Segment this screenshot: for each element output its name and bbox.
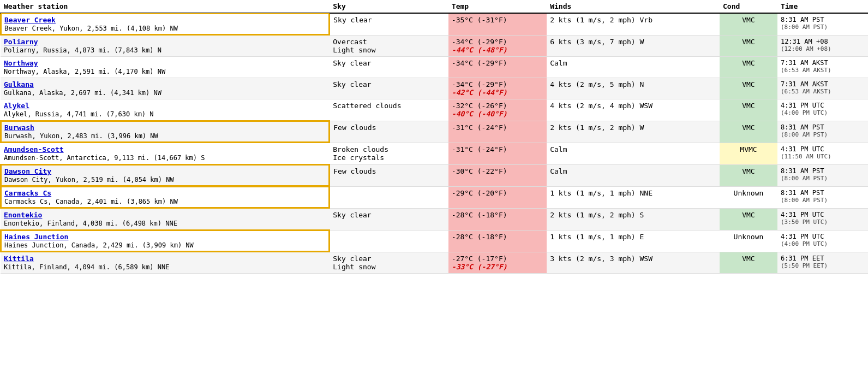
time-cell: 4:31 PM UTC(3:50 PM UTC) (777, 208, 868, 230)
temp-low: -40°C (-40°F) (452, 110, 543, 118)
sky-cell: Sky clear (330, 57, 448, 78)
time-cell: 12:31 AM +08(12:00 AM +08) (777, 35, 868, 57)
station-cell: Carmacks CsCarmacks Cs, Canada, 2,401 mi… (1, 186, 330, 208)
sky-cell: Broken cloudsIce crystals (330, 143, 448, 164)
winds-cell: Calm (547, 143, 720, 164)
temp-primary: -34°C (-29°F) (452, 59, 507, 67)
station-cell: Dawson CityDawson City, Yukon, 2,519 mi.… (1, 164, 330, 186)
sky-primary: Sky clear (333, 211, 371, 219)
table-row: AlykelAlykel, Russia, 4,741 mi. (7,630 k… (1, 99, 868, 121)
cond-cell: VMC (720, 99, 777, 121)
time-primary: 8:31 AM PST (781, 123, 824, 131)
station-name-link[interactable]: Haines Junction (4, 233, 326, 241)
station-cell: AlykelAlykel, Russia, 4,741 mi. (7,630 k… (1, 99, 330, 121)
station-desc: Carmacks Cs, Canada, 2,401 mi. (3,865 km… (4, 198, 178, 205)
station-name-link[interactable]: Amundsen-Scott (4, 145, 326, 153)
col-header-temp: Temp (448, 0, 547, 13)
col-header-winds: Winds (547, 0, 720, 13)
time-secondary: (6:53 AM AKST) (781, 88, 865, 95)
temp-low: -42°C (-44°F) (452, 88, 543, 97)
time-secondary: (4:00 PM UTC) (781, 109, 865, 116)
cond-cell: Unknown (720, 186, 777, 208)
sky-cell: OvercastLight snow (330, 35, 448, 57)
station-name-link[interactable]: Alykel (4, 102, 326, 110)
time-primary: 8:31 AM PST (781, 16, 824, 23)
cond-cell: VMC (720, 208, 777, 230)
time-primary: 8:31 AM PST (781, 189, 824, 197)
station-name-link[interactable]: Gulkana (4, 80, 326, 88)
station-name-link[interactable]: Poliarny (4, 38, 326, 46)
temp-cell: -31°C (-24°F) (448, 121, 547, 143)
temp-primary: -28°C (-18°F) (452, 233, 507, 241)
cond-cell: VMC (720, 78, 777, 99)
sky-cell: Few clouds (330, 164, 448, 186)
sky-cell: Sky clear (330, 13, 448, 35)
weather-table: Weather station Sky Temp Winds Cond Time… (0, 0, 868, 274)
time-primary: 4:31 PM UTC (781, 233, 824, 240)
table-row: NorthwayNorthway, Alaska, 2,591 mi. (4,1… (1, 57, 868, 78)
col-header-station: Weather station (1, 0, 330, 13)
time-primary: 7:31 AM AKST (781, 80, 828, 88)
temp-low: -33°C (-27°F) (452, 263, 543, 271)
time-secondary: (8:00 AM PST) (781, 131, 865, 138)
cond-cell: VMC (720, 164, 777, 186)
station-name-link[interactable]: Northway (4, 59, 326, 67)
station-desc: Burwash, Yukon, 2,483 mi. (3,996 km) NW (4, 132, 158, 140)
time-primary: 7:31 AM AKST (781, 59, 828, 67)
table-row: GulkanaGulkana, Alaska, 2,697 mi. (4,341… (1, 78, 868, 99)
time-cell: 8:31 AM PST(8:00 AM PST) (777, 186, 868, 208)
temp-primary: -34°C (-29°F) (452, 80, 507, 88)
station-desc: Gulkana, Alaska, 2,697 mi. (4,341 km) NW (4, 89, 161, 97)
sky-cell (330, 186, 448, 208)
time-cell: 4:31 PM UTC(4:00 PM UTC) (777, 230, 868, 252)
time-primary: 8:31 AM PST (781, 167, 824, 175)
station-name-link[interactable]: Carmacks Cs (4, 189, 326, 197)
winds-cell: 2 kts (1 m/s, 2 mph) S (547, 208, 720, 230)
winds-cell: 2 kts (1 m/s, 2 mph) W (547, 121, 720, 143)
winds-cell: 6 kts (3 m/s, 7 mph) W (547, 35, 720, 57)
station-desc: Alykel, Russia, 4,741 mi. (7,630 km) N (4, 110, 154, 118)
sky-secondary: Light snow (333, 263, 445, 271)
station-name-link[interactable]: Kittila (4, 255, 326, 263)
time-secondary: (8:00 AM PST) (781, 23, 865, 31)
temp-cell: -34°C (-29°F)-44°C (-48°F) (448, 35, 547, 57)
col-header-sky: Sky (330, 0, 448, 13)
sky-cell: Sky clearLight snow (330, 252, 448, 274)
col-header-cond: Cond (720, 0, 777, 13)
winds-cell: 4 kts (2 m/s, 4 mph) WSW (547, 99, 720, 121)
station-name-link[interactable]: Enontekio (4, 211, 326, 219)
temp-primary: -35°C (-31°F) (452, 16, 507, 24)
station-desc: Amundsen-Scott, Antarctica, 9,113 mi. (1… (4, 154, 205, 162)
station-cell: NorthwayNorthway, Alaska, 2,591 mi. (4,1… (1, 57, 330, 78)
station-desc: Haines Junction, Canada, 2,429 mi. (3,90… (4, 241, 194, 249)
table-row: Dawson CityDawson City, Yukon, 2,519 mi.… (1, 164, 868, 186)
temp-primary: -27°C (-17°F) (452, 255, 507, 263)
time-secondary: (5:50 PM EET) (781, 262, 865, 269)
station-name-link[interactable]: Dawson City (4, 167, 326, 175)
sky-cell: Few clouds (330, 121, 448, 143)
sky-cell: Sky clear (330, 208, 448, 230)
temp-cell: -29°C (-20°F) (448, 186, 547, 208)
time-secondary: (8:00 AM PST) (781, 175, 865, 182)
temp-low: -44°C (-48°F) (452, 46, 543, 54)
temp-cell: -28°C (-18°F) (448, 230, 547, 252)
sky-primary: Few clouds (333, 123, 376, 132)
time-cell: 4:31 PM UTC(4:00 PM UTC) (777, 99, 868, 121)
temp-cell: -30°C (-22°F) (448, 164, 547, 186)
station-name-link[interactable]: Beaver Creek (4, 16, 326, 24)
cond-cell: MVMC (720, 143, 777, 164)
table-row: Carmacks CsCarmacks Cs, Canada, 2,401 mi… (1, 186, 868, 208)
time-cell: 8:31 AM PST(8:00 AM PST) (777, 164, 868, 186)
sky-primary: Sky clear (333, 255, 371, 263)
station-name-link[interactable]: Burwash (4, 123, 326, 132)
time-secondary: (8:00 AM PST) (781, 197, 865, 204)
time-primary: 12:31 AM +08 (781, 38, 828, 45)
sky-primary: Sky clear (333, 59, 371, 67)
station-desc: Dawson City, Yukon, 2,519 mi. (4,054 km)… (4, 176, 174, 184)
time-cell: 8:31 AM PST(8:00 AM PST) (777, 121, 868, 143)
temp-cell: -34°C (-29°F)-42°C (-44°F) (448, 78, 547, 99)
time-secondary: (12:00 AM +08) (781, 45, 865, 52)
temp-primary: -31°C (-24°F) (452, 145, 507, 153)
sky-primary: Scattered clouds (333, 102, 401, 110)
time-primary: 4:31 PM UTC (781, 145, 824, 153)
